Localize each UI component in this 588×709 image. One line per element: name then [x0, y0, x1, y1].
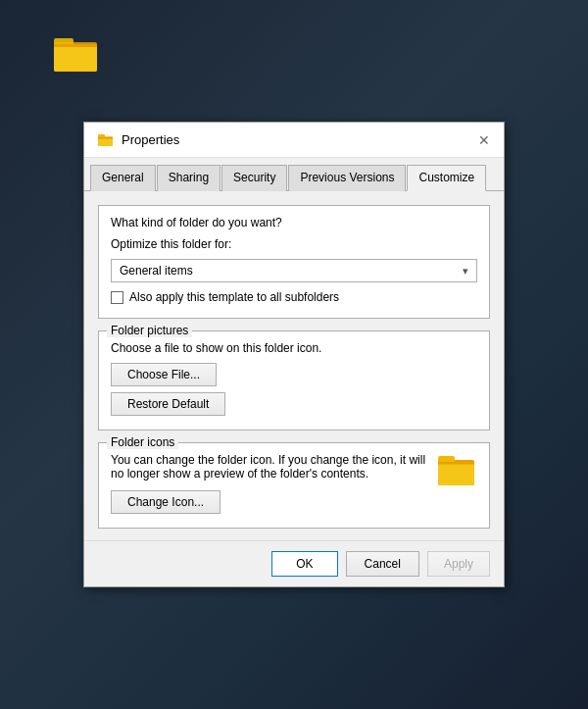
tabs-bar: General Sharing Security Previous Versio…: [84, 158, 504, 191]
section-folder-pictures: Folder pictures Choose a file to show on…: [98, 330, 490, 430]
tab-security[interactable]: Security: [221, 165, 287, 191]
choose-file-button[interactable]: Choose File...: [111, 363, 217, 386]
restore-default-button[interactable]: Restore Default: [111, 392, 225, 416]
tab-general[interactable]: General: [90, 165, 156, 191]
subfolder-checkbox-row: Also apply this template to all subfolde…: [111, 290, 477, 304]
chevron-down-icon: ▾: [463, 265, 468, 278]
svg-rect-9: [438, 456, 455, 463]
folder-icons-content: You can change the folder icon. If you c…: [111, 453, 477, 514]
tab-customize[interactable]: Customize: [407, 165, 486, 191]
dialog-footer: OK Cancel Apply: [84, 540, 504, 586]
svg-rect-10: [438, 462, 474, 485]
folder-icons-text-area: You can change the folder icon. If you c…: [111, 453, 426, 514]
ok-button[interactable]: OK: [271, 551, 337, 577]
subfolder-checkbox[interactable]: [111, 291, 123, 304]
close-button[interactable]: ✕: [474, 130, 494, 150]
dropdown-value: General items: [120, 264, 193, 278]
properties-dialog: Properties ✕ General Sharing Security Pr…: [83, 122, 505, 587]
desktop-folder-icon: [54, 34, 101, 74]
svg-rect-2: [54, 44, 97, 72]
tab-sharing[interactable]: Sharing: [157, 165, 220, 191]
svg-rect-7: [98, 137, 113, 139]
dialog-content: What kind of folder do you want? Optimiz…: [84, 191, 504, 540]
apply-button[interactable]: Apply: [427, 551, 490, 577]
folder-icons-label: Folder icons: [107, 435, 178, 449]
subfolder-label: Also apply this template to all subfolde…: [129, 290, 339, 304]
folder-pictures-buttons: Choose File... Restore Default: [111, 363, 477, 416]
folder-type-question: What kind of folder do you want?: [111, 216, 477, 229]
section-folder-type: What kind of folder do you want? Optimiz…: [98, 205, 490, 319]
folder-pictures-desc: Choose a file to show on this folder ico…: [111, 341, 477, 355]
optimize-dropdown[interactable]: General items ▾: [111, 259, 477, 282]
cancel-button[interactable]: Cancel: [346, 551, 419, 577]
title-bar-left: Properties: [98, 132, 179, 147]
svg-rect-11: [438, 462, 474, 465]
change-icon-button[interactable]: Change Icon...: [111, 490, 220, 514]
optimize-label: Optimize this folder for:: [111, 237, 477, 251]
folder-pictures-label: Folder pictures: [107, 324, 192, 337]
title-bar: Properties ✕: [84, 123, 504, 158]
svg-rect-3: [54, 44, 97, 47]
folder-icons-desc: You can change the folder icon. If you c…: [111, 453, 426, 481]
section-folder-icons: Folder icons You can change the folder i…: [98, 442, 490, 529]
title-folder-icon: [98, 133, 114, 147]
tab-previous-versions[interactable]: Previous Versions: [288, 165, 406, 191]
folder-icon-preview: [438, 453, 477, 488]
dialog-title: Properties: [122, 132, 179, 147]
